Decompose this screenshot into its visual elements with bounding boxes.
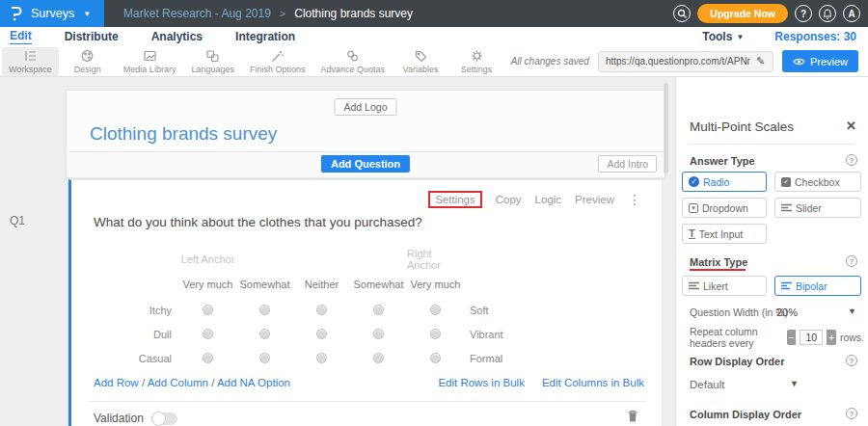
toolbar-item-design[interactable]: Design (61, 47, 115, 76)
close-panel-icon[interactable]: ✕ (846, 119, 856, 133)
question-settings-link[interactable]: Settings (428, 191, 482, 208)
help-icon[interactable]: ? (846, 154, 857, 166)
toolbar-item-settings[interactable]: Settings (449, 47, 503, 76)
question-width-value[interactable]: 20% (776, 306, 798, 318)
matrix-column-header: Very much (183, 279, 233, 290)
option-label: Bipolar (796, 280, 827, 292)
bulk-edit-links: Edit Rows in Bulk Edit Columns in Bulk (438, 377, 644, 388)
notifications-bell-icon[interactable] (819, 5, 836, 22)
question-copy-link[interactable]: Copy (496, 194, 522, 205)
survey-title[interactable]: Clothing brands survey (90, 123, 277, 145)
help-icon[interactable]: ? (846, 355, 857, 366)
kebab-menu-icon[interactable]: ⋮ (628, 192, 641, 207)
chevron-down-icon[interactable]: ▼ (848, 306, 856, 316)
matrix-radio[interactable] (430, 305, 441, 315)
answer-type-slider[interactable]: Slider (774, 198, 861, 218)
brand-menu[interactable]: Surveys ▼ (0, 0, 104, 27)
toolbar-item-workspace[interactable]: Workspace (2, 47, 59, 76)
finish-options-wand-icon (270, 49, 285, 63)
toolbar-item-languages[interactable]: Languages (184, 47, 241, 76)
add-question-button[interactable]: Add Question (321, 155, 410, 173)
validation-toggle[interactable] (151, 413, 177, 425)
matrix-type-bipolar[interactable]: Bipolar (774, 276, 861, 296)
matrix-radio[interactable] (316, 329, 327, 339)
toolbar-item-finish-options[interactable]: Finish Options (243, 47, 312, 76)
survey-url-input[interactable] (606, 56, 750, 67)
toolbar-item-label: Media Library (123, 65, 176, 74)
answer-type-label: Answer Type (690, 155, 755, 167)
matrix-column-header: Somewhat (354, 279, 404, 290)
toolbar-item-media-library[interactable]: Media Library (117, 47, 183, 76)
matrix-radio[interactable] (430, 353, 441, 363)
option-label: Radio (703, 176, 729, 188)
question-width-label: Question Width (in %) (690, 306, 788, 318)
edit-rows-bulk-link[interactable]: Edit Rows in Bulk (438, 377, 524, 388)
matrix-radio[interactable] (430, 329, 441, 339)
matrix-radio[interactable] (259, 329, 270, 339)
canvas-scrollbar[interactable] (664, 83, 668, 173)
row-display-order-label: Row Display Order (690, 356, 784, 367)
question-logic-link[interactable]: Logic (535, 194, 562, 205)
question-actions: Settings Copy Logic Preview ⋮ (428, 191, 641, 208)
advance-quotas-icon (345, 49, 360, 63)
question-preview-link[interactable]: Preview (575, 194, 614, 205)
tab-distribute[interactable]: Distribute (65, 30, 119, 43)
upgrade-now-button[interactable]: Upgrade Now (697, 4, 788, 23)
matrix-radio[interactable] (316, 305, 327, 315)
chevron-down-icon: ▼ (83, 10, 91, 18)
help-button[interactable]: ? (795, 5, 812, 22)
option-label: Checkbox (795, 176, 840, 188)
preview-button[interactable]: Preview (782, 50, 858, 72)
answer-type-radio[interactable]: ✓ Radio (682, 172, 767, 192)
preview-label: Preview (810, 56, 848, 67)
toolbar-item-variables[interactable]: Variables (393, 47, 448, 76)
edit-url-pencil-icon[interactable]: ✎ (756, 55, 765, 67)
option-label: Slider (796, 202, 822, 214)
help-icon[interactable]: ? (846, 255, 857, 267)
add-na-option-link[interactable]: Add NA Option (217, 377, 290, 388)
delete-question-icon[interactable] (627, 410, 638, 426)
edit-columns-bulk-link[interactable]: Edit Columns in Bulk (542, 377, 644, 388)
answer-type-text-input[interactable]: T Text Input (682, 224, 767, 244)
matrix-column-header: Very much (411, 279, 461, 290)
search-icon[interactable] (673, 5, 691, 22)
avatar[interactable]: A (843, 5, 860, 22)
responses-count-link[interactable]: Responses: 30 (774, 30, 856, 43)
add-intro-button[interactable]: Add Intro (598, 155, 657, 173)
toolbar-item-label: Finish Options (250, 65, 306, 74)
plus-stepper-button[interactable]: + (827, 330, 836, 345)
divider (690, 144, 854, 145)
chevron-down-icon[interactable]: ▼ (790, 379, 799, 388)
matrix-radio[interactable] (316, 353, 327, 363)
tab-analytics[interactable]: Analytics (151, 30, 203, 43)
matrix-radio[interactable] (373, 329, 384, 339)
matrix-radio[interactable] (259, 305, 270, 315)
tools-menu[interactable]: Tools ▼ (702, 30, 744, 43)
repeat-headers-value[interactable] (800, 330, 823, 345)
matrix-radio[interactable] (203, 329, 213, 339)
column-display-order-label: Column Display Order (690, 409, 801, 420)
matrix-type-likert[interactable]: Likert (682, 276, 767, 296)
matrix-radio[interactable] (203, 305, 213, 315)
menu-bar: Edit Distribute Analytics Integration To… (0, 27, 868, 46)
add-logo-button[interactable]: Add Logo (335, 98, 397, 116)
answer-type-checkbox[interactable]: ✓ Checkbox (774, 172, 861, 192)
toolbar-item-advance-quotas[interactable]: Advance Quotas (313, 47, 392, 76)
surveys-menu-label: Surveys (31, 7, 74, 20)
row-display-order-select[interactable]: Default (690, 379, 724, 390)
breadcrumb-folder[interactable]: Market Research - Aug 2019 (123, 7, 271, 20)
question-text[interactable]: What do you think about the clothes that… (94, 215, 422, 229)
matrix-type-annotation-underline (690, 269, 746, 271)
tab-edit[interactable]: Edit (10, 29, 32, 44)
answer-type-dropdown[interactable]: ▼ Dropdown (682, 198, 767, 218)
matrix-radio[interactable] (259, 353, 270, 363)
top-bar: Surveys ▼ Market Research - Aug 2019 > C… (0, 0, 868, 27)
matrix-radio[interactable] (373, 353, 384, 363)
tab-integration[interactable]: Integration (235, 30, 295, 43)
matrix-radio[interactable] (373, 305, 384, 315)
add-row-link[interactable]: Add Row (94, 377, 139, 388)
matrix-radio[interactable] (203, 353, 213, 363)
add-column-link[interactable]: Add Column (148, 377, 208, 388)
help-icon[interactable]: ? (846, 408, 857, 419)
minus-stepper-button[interactable]: − (787, 330, 797, 345)
